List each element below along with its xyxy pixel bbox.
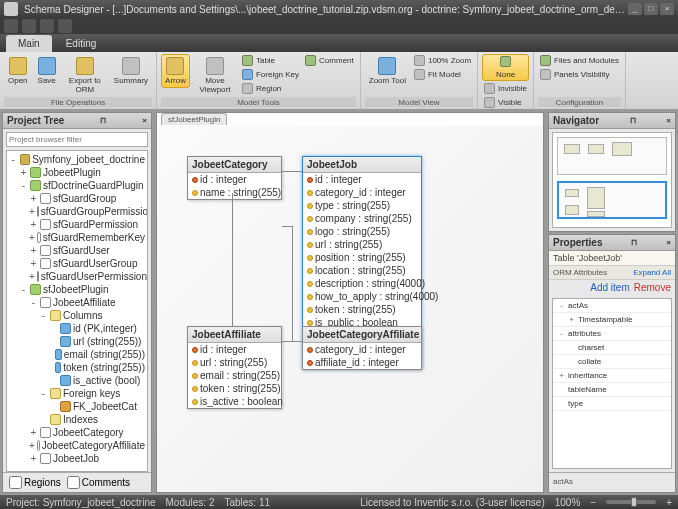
table-tool-button[interactable]: Table xyxy=(240,54,301,67)
fit-model-button[interactable]: Fit Model xyxy=(412,68,473,81)
tree-item[interactable]: +sfGuardUserPermission xyxy=(9,270,145,283)
fk-tool-button[interactable]: Foreign Key xyxy=(240,68,301,81)
arrow-tool-button[interactable]: Arrow xyxy=(161,54,190,88)
tree-item[interactable]: url (string(255)) xyxy=(9,335,145,348)
close-button[interactable]: × xyxy=(660,3,674,15)
zoom-100-button[interactable]: 100% Zoom xyxy=(412,54,473,67)
quick-access-toolbar xyxy=(0,18,678,34)
tree-item[interactable]: +JobeetCategoryAffiliate xyxy=(9,439,145,452)
navigator-title: Navigator xyxy=(553,115,599,126)
status-project: Project: Symfony_jobeet_doctrine xyxy=(6,497,156,508)
tree-item[interactable]: +JobeetJob xyxy=(9,452,145,465)
property-row[interactable]: type xyxy=(553,397,671,411)
property-row[interactable]: -actAs xyxy=(553,299,671,313)
tree-item[interactable]: -Columns xyxy=(9,309,145,322)
add-item-link[interactable]: Add item xyxy=(590,282,629,293)
window-title: Schema Designer - [...]Documents and Set… xyxy=(24,4,628,15)
comment-tool-button[interactable]: Comment xyxy=(303,54,356,67)
navigator-panel: Navigator⊓× xyxy=(548,112,676,232)
tree-item[interactable]: +sfGuardGroupPermission xyxy=(9,205,145,218)
open-button[interactable]: Open xyxy=(4,54,32,88)
remove-link[interactable]: Remove xyxy=(634,282,671,293)
tree-item[interactable]: -sfJobeetPlugin xyxy=(9,283,145,296)
tree-item[interactable]: token (string(255)) xyxy=(9,361,145,374)
status-license: Licensed to Inventic s.r.o. (3-user lice… xyxy=(360,497,545,508)
tab-editing[interactable]: Editing xyxy=(54,35,109,52)
property-row[interactable]: collate xyxy=(553,355,671,369)
tree-item[interactable]: +JobeetCategory xyxy=(9,426,145,439)
connector xyxy=(292,226,293,341)
panel-close-icon[interactable]: × xyxy=(142,116,147,125)
qa-undo-icon[interactable] xyxy=(58,19,72,33)
comments-checkbox[interactable]: Comments xyxy=(67,476,130,489)
panel-close-icon[interactable]: × xyxy=(666,116,671,125)
grid-invisible-button[interactable]: Invisible xyxy=(482,82,529,95)
tree-item[interactable]: -JobeetAffiliate xyxy=(9,296,145,309)
project-tree[interactable]: -Symfony_jobeet_doctrine +JobeetPlugin-s… xyxy=(6,150,148,472)
tree-item[interactable]: +sfGuardUserGroup xyxy=(9,257,145,270)
panel-close-icon[interactable]: × xyxy=(666,238,671,247)
tree-item[interactable]: +sfGuardRememberKey xyxy=(9,231,145,244)
minimize-button[interactable]: _ xyxy=(628,3,642,15)
property-row[interactable]: -attributes xyxy=(553,327,671,341)
group-file-label: File Operations xyxy=(4,97,152,107)
grid-none-button[interactable]: None xyxy=(482,54,529,81)
panel-pin-icon[interactable]: ⊓ xyxy=(630,116,636,125)
status-zoom: 100% xyxy=(555,497,581,508)
panel-pin-icon[interactable]: ⊓ xyxy=(100,116,106,125)
tree-item[interactable]: id (PK,integer) xyxy=(9,322,145,335)
connector xyxy=(282,171,302,172)
tree-item[interactable]: FK_JobeetCat xyxy=(9,400,145,413)
zoom-out-button[interactable]: − xyxy=(590,497,596,508)
entity-jobeet-category[interactable]: JobeetCategoryid : integername : string(… xyxy=(187,156,282,200)
entity-jobeet-category-affiliate[interactable]: JobeetCategoryAffiliatecategory_id : int… xyxy=(302,326,422,370)
regions-checkbox[interactable]: Regions xyxy=(9,476,61,489)
tree-item[interactable]: -sfDoctrineGuardPlugin xyxy=(9,179,145,192)
tree-item[interactable]: email (string(255)) xyxy=(9,348,145,361)
tree-item[interactable]: is_active (bool) xyxy=(9,374,145,387)
diagram-canvas[interactable]: sfJobeetPlugin JobeetCategoryid : intege… xyxy=(156,112,544,493)
status-modules: Modules: 2 xyxy=(166,497,215,508)
files-modules-button[interactable]: Files and Modules xyxy=(538,54,621,67)
entity-jobeet-affiliate[interactable]: JobeetAffiliateid : integerurl : string(… xyxy=(187,326,282,409)
nav-thumb-1[interactable] xyxy=(557,137,667,175)
property-row[interactable]: charset xyxy=(553,341,671,355)
zoom-tool-button[interactable]: Zoom Tool xyxy=(365,54,410,88)
properties-description: actAs xyxy=(549,472,675,492)
property-row[interactable]: tableName xyxy=(553,383,671,397)
region-tool-button[interactable]: Region xyxy=(240,82,301,95)
qa-open-icon[interactable] xyxy=(22,19,36,33)
properties-panel: Properties⊓× Table 'JobeetJob' ORM Attri… xyxy=(548,234,676,493)
canvas-tab[interactable]: sfJobeetPlugin xyxy=(161,113,227,125)
zoom-in-button[interactable]: + xyxy=(666,497,672,508)
tree-item[interactable]: +sfGuardUser xyxy=(9,244,145,257)
ribbon: Open Save Export to ORM Summary File Ope… xyxy=(0,52,678,110)
tree-item[interactable]: +sfGuardPermission xyxy=(9,218,145,231)
nav-thumb-2[interactable] xyxy=(557,181,667,219)
save-button[interactable]: Save xyxy=(34,54,60,88)
tree-item[interactable]: +JobeetPlugin xyxy=(9,166,145,179)
tree-item[interactable]: Indexes xyxy=(9,413,145,426)
maximize-button[interactable]: □ xyxy=(644,3,658,15)
panels-visibility-button[interactable]: Panels Visibility xyxy=(538,68,621,81)
group-config-label: Configuration xyxy=(538,97,621,107)
property-row[interactable]: +Timestampable xyxy=(553,313,671,327)
expand-all-link[interactable]: Expand All xyxy=(612,266,675,279)
tree-item[interactable]: +sfGuardGroup xyxy=(9,192,145,205)
summary-button[interactable]: Summary xyxy=(110,54,152,88)
move-viewport-button[interactable]: Move Viewport xyxy=(192,54,238,97)
menubar: Main Editing xyxy=(0,34,678,52)
panel-pin-icon[interactable]: ⊓ xyxy=(631,238,637,247)
qa-save-icon[interactable] xyxy=(40,19,54,33)
properties-section: Table 'JobeetJob' xyxy=(549,251,675,266)
qa-new-icon[interactable] xyxy=(4,19,18,33)
tree-filter-input[interactable] xyxy=(6,132,148,147)
tree-root[interactable]: -Symfony_jobeet_doctrine xyxy=(9,153,145,166)
export-button[interactable]: Export to ORM xyxy=(62,54,108,97)
tab-main[interactable]: Main xyxy=(6,35,52,52)
grid-visible-button[interactable]: Visible xyxy=(482,96,529,109)
zoom-slider[interactable] xyxy=(606,500,656,504)
property-row[interactable]: +inheritance xyxy=(553,369,671,383)
tree-item[interactable]: -Foreign keys xyxy=(9,387,145,400)
properties-title: Properties xyxy=(553,237,602,248)
